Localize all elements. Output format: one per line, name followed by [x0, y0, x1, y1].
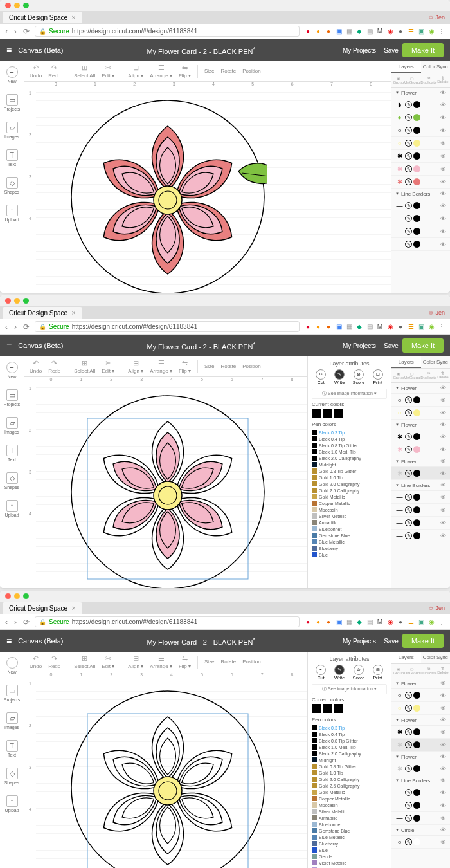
my-projects-link[interactable]: My Projects	[343, 638, 376, 645]
menu-icon[interactable]: ≡	[6, 45, 12, 55]
profile-badge[interactable]: ☺ Jen	[428, 309, 445, 316]
visibility-icon[interactable]: 👁	[440, 179, 446, 185]
layer-item[interactable]: — ✎ 👁	[392, 212, 450, 225]
selectall-button[interactable]: ⊞Select All	[74, 359, 95, 374]
see-image-info[interactable]: ⓘ See image information ▾	[312, 389, 387, 399]
layer-item[interactable]: — ✎ 👁	[392, 199, 450, 212]
visibility-icon[interactable]: 👁	[440, 421, 446, 428]
delete-button[interactable]: 🗑Delete	[437, 76, 448, 84]
layer-item[interactable]: ○ ✎ 👁	[392, 702, 450, 715]
linetype-icon[interactable]: ✎	[405, 765, 412, 772]
layer-item[interactable]: ✱ ✎ 👁	[392, 163, 450, 176]
linetype-icon[interactable]: ✎	[405, 152, 412, 160]
color-swatch[interactable]	[413, 433, 420, 440]
redo-button[interactable]: ↷Redo	[48, 654, 60, 669]
pen-option[interactable]: Black 0.3 Tip	[312, 429, 387, 436]
url-field[interactable]: 🔒Securehttps://design.cricut.com/#/desig…	[35, 26, 300, 37]
visibility-icon[interactable]: 👁	[440, 127, 446, 134]
color-swatch[interactable]	[413, 446, 420, 453]
menu-icon[interactable]: ≡	[6, 340, 12, 351]
color-swatch[interactable]	[413, 519, 420, 526]
linetype-icon[interactable]: ✎	[405, 815, 412, 822]
left-new[interactable]: +New	[0, 652, 24, 679]
visibility-icon[interactable]: 👁	[440, 742, 446, 748]
linetype-icon[interactable]: ✎	[405, 470, 412, 477]
pen-option[interactable]: Blue Metallic	[312, 834, 387, 840]
layer-group[interactable]: ▼Flower👁	[392, 752, 450, 762]
visibility-icon[interactable]: 👁	[440, 166, 446, 172]
save-link[interactable]: Save	[384, 342, 399, 349]
cut-button[interactable]: ✂Cut	[316, 665, 326, 680]
pen-option[interactable]: Moccasin	[312, 506, 387, 513]
layer-group[interactable]: ▼Line Borders👁	[392, 189, 450, 199]
layer-item[interactable]: ✱ ✎ 👁	[392, 762, 450, 775]
layer-item[interactable]: ✱ ✎ 👁	[392, 443, 450, 456]
pen-option[interactable]: Copper Metallic	[312, 795, 387, 802]
layers-tab[interactable]: Layers	[392, 61, 421, 73]
visibility-icon[interactable]: 👁	[440, 203, 446, 209]
pen-option[interactable]: Bluebonnet	[312, 526, 387, 532]
pen-option[interactable]: Black 0.4 Tip	[312, 731, 387, 737]
color-swatch[interactable]	[413, 470, 420, 477]
left-images[interactable]: ▱Images	[0, 116, 24, 144]
canvas-artwork[interactable]	[55, 688, 267, 868]
delete-button[interactable]: 🗑Delete	[437, 667, 448, 675]
linetype-icon[interactable]: ✎	[405, 532, 412, 539]
linetype-icon[interactable]: ✎	[405, 433, 412, 440]
color-swatch[interactable]	[413, 741, 420, 748]
layer-item[interactable]: ✱ ✎ 👁	[392, 739, 450, 752]
layer-group[interactable]: ▼Circle👁	[392, 825, 450, 836]
duplicate-button[interactable]: ⧉Duplicate	[420, 371, 437, 380]
linetype-icon[interactable]: ✎	[405, 741, 412, 748]
visibility-icon[interactable]: 👁	[440, 89, 446, 96]
layer-item[interactable]: ✱ ✎ 👁	[392, 726, 450, 739]
visibility-icon[interactable]: 👁	[440, 216, 446, 222]
left-upload[interactable]: ↑Upload	[0, 790, 24, 818]
print-button[interactable]: ⊟Print	[373, 369, 383, 385]
left-images[interactable]: ▱Images	[0, 412, 24, 439]
pen-option[interactable]: Violet Metallic	[312, 860, 387, 866]
reload-button[interactable]: ⟳	[22, 618, 31, 627]
linetype-icon[interactable]: ✎	[405, 802, 412, 809]
save-link[interactable]: Save	[384, 638, 399, 645]
pen-option[interactable]: Black 2.0 Calligraphy	[312, 455, 387, 461]
pen-option[interactable]: Gold 1.0 Tip	[312, 474, 387, 481]
redo-button[interactable]: ↷Redo	[48, 64, 60, 78]
edit-button[interactable]: ✂Edit ▾	[102, 64, 114, 78]
layer-item[interactable]: ○ ✎ 👁	[392, 124, 450, 137]
layer-item[interactable]: ○ ✎ 👁	[392, 407, 450, 420]
close-icon[interactable]: ×	[71, 309, 75, 317]
linetype-icon[interactable]: ✎	[405, 506, 412, 513]
arrange-button[interactable]: ☰Arrange ▾	[150, 64, 172, 78]
visibility-icon[interactable]: 👁	[440, 802, 446, 809]
print-button[interactable]: ⊟Print	[373, 665, 383, 680]
flip-button[interactable]: ⇋Flip ▾	[179, 654, 191, 669]
browser-tab[interactable]: Cricut Design Space×	[3, 12, 82, 23]
pen-option[interactable]: Gold 1.0 Tip	[312, 770, 387, 776]
close-icon[interactable]: ×	[71, 604, 75, 612]
write-button[interactable]: ✎Write	[334, 665, 345, 680]
browser-tab[interactable]: Cricut Design Space×	[3, 602, 82, 614]
linetype-icon[interactable]: ✎	[405, 228, 412, 235]
linetype-icon[interactable]: ✎	[405, 127, 412, 134]
layer-item[interactable]: ✱ ✎ 👁	[392, 467, 450, 480]
pen-option[interactable]: Gold Metallic	[312, 789, 387, 795]
cut-button[interactable]: ✂Cut	[316, 369, 326, 385]
linetype-icon[interactable]: ✎	[405, 409, 412, 416]
visibility-icon[interactable]: 👁	[440, 753, 446, 760]
ungroup-button[interactable]: ▢UnGroup	[404, 371, 420, 380]
layer-item[interactable]: ◗ ✎ 👁	[392, 98, 450, 111]
visibility-icon[interactable]: 👁	[440, 692, 446, 699]
visibility-icon[interactable]: 👁	[440, 507, 446, 513]
ungroup-button[interactable]: ▢UnGroup	[404, 76, 420, 84]
left-text[interactable]: TText	[0, 144, 24, 172]
pen-option[interactable]: Black 0.8 Tip Glitter	[312, 737, 387, 744]
pen-option[interactable]: Gold 2.0 Calligraphy	[312, 481, 387, 487]
pen-option[interactable]: Gemstone Blue	[312, 532, 387, 539]
layer-item[interactable]: ○ ✎ 👁	[392, 137, 450, 150]
linetype-icon[interactable]: ✎	[405, 140, 412, 147]
my-projects-link[interactable]: My Projects	[343, 342, 376, 349]
color-swatch[interactable]	[413, 215, 420, 222]
linetype-icon[interactable]: ✎	[405, 692, 412, 699]
color-swatch[interactable]	[413, 152, 420, 160]
